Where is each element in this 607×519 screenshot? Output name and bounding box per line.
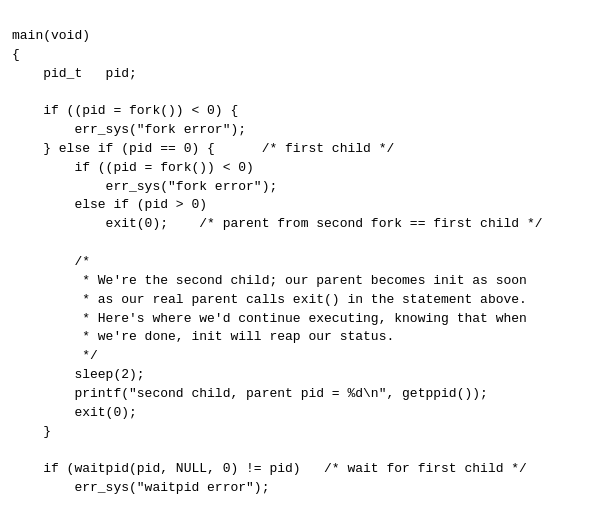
code-line-1: { xyxy=(12,46,595,65)
code-line-3 xyxy=(12,83,595,102)
code-line-15: * Here's where we'd continue executing, … xyxy=(12,310,595,329)
code-line-4: if ((pid = fork()) < 0) { xyxy=(12,102,595,121)
code-line-23: if (waitpid(pid, NULL, 0) != pid) /* wai… xyxy=(12,460,595,479)
code-line-9: else if (pid > 0) xyxy=(12,196,595,215)
code-line-21: } xyxy=(12,423,595,442)
code-line-20: exit(0); xyxy=(12,404,595,423)
code-line-18: sleep(2); xyxy=(12,366,595,385)
code-line-10: exit(0); /* parent from second fork == f… xyxy=(12,215,595,234)
code-line-25 xyxy=(12,498,595,517)
code-line-0: main(void) xyxy=(12,27,595,46)
code-display: main(void){ pid_t pid; if ((pid = fork()… xyxy=(12,8,595,519)
code-line-6: } else if (pid == 0) { /* first child */ xyxy=(12,140,595,159)
code-line-8: err_sys("fork error"); xyxy=(12,178,595,197)
code-line-13: * We're the second child; our parent bec… xyxy=(12,272,595,291)
code-line-2: pid_t pid; xyxy=(12,65,595,84)
code-line-5: err_sys("fork error"); xyxy=(12,121,595,140)
code-line-11 xyxy=(12,234,595,253)
code-line-17: */ xyxy=(12,347,595,366)
code-line-22 xyxy=(12,441,595,460)
code-line-7: if ((pid = fork()) < 0) xyxy=(12,159,595,178)
code-line-19: printf("second child, parent pid = %d\n"… xyxy=(12,385,595,404)
code-line-16: * we're done, init will reap our status. xyxy=(12,328,595,347)
code-line-12: /* xyxy=(12,253,595,272)
code-line-24: err_sys("waitpid error"); xyxy=(12,479,595,498)
code-line-14: * as our real parent calls exit() in the… xyxy=(12,291,595,310)
